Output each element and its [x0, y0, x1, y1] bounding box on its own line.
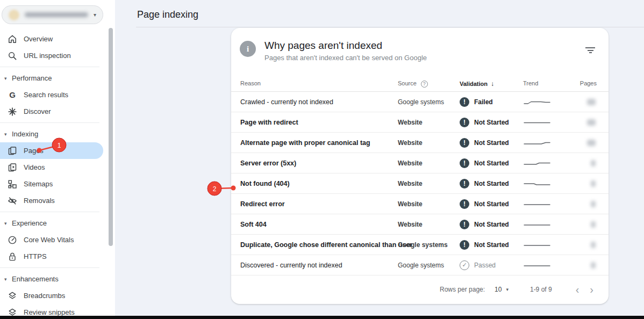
sidebar: ▾ Overview URL inspection ▾ Performance — [0, 0, 115, 319]
column-validation[interactable]: Validation ↓ — [460, 80, 494, 88]
sidebar-item-pages[interactable]: Pages — [0, 142, 103, 159]
filter-icon[interactable] — [585, 47, 596, 55]
sidebar-item-label: Removals — [24, 197, 55, 205]
next-page-button[interactable]: › — [584, 284, 599, 295]
validation-cell: ! Not Started — [460, 240, 509, 250]
validation-cell: ✓ Passed — [460, 260, 496, 270]
pages-value-blurred — [587, 119, 596, 126]
sidebar-item-removals[interactable]: Removals — [0, 192, 103, 209]
validation-status-icon: ! — [460, 199, 469, 209]
table-row[interactable]: Crawled - currently not indexed Google s… — [231, 92, 609, 112]
sidebar-item-search-results[interactable]: G Search results — [0, 86, 103, 103]
validation-status-icon: ! — [460, 138, 469, 148]
pages-value-blurred — [591, 262, 596, 269]
sidebar-item-videos[interactable]: Videos — [0, 159, 103, 176]
chevron-down-icon: ▾ — [4, 132, 12, 137]
validation-label: Failed — [474, 98, 493, 106]
sidebar-divider — [0, 209, 103, 215]
sidebar-item-core-web-vitals[interactable]: Core Web Vitals — [0, 231, 103, 248]
sidebar-section-enhancements[interactable]: ▾ Enhancements — [0, 271, 103, 287]
card-subtitle: Pages that aren't indexed can't be serve… — [264, 54, 427, 62]
trend-sparkline — [523, 160, 551, 167]
previous-page-button[interactable]: ‹ — [570, 284, 585, 295]
table-body: Crawled - currently not indexed Google s… — [231, 92, 609, 276]
pages-icon — [7, 146, 18, 156]
table-row[interactable]: Discovered - currently not indexed Googl… — [231, 255, 609, 276]
pages-cell — [587, 119, 596, 126]
validation-cell: ! Not Started — [460, 118, 509, 127]
sidebar-divider — [0, 265, 103, 271]
trend-sparkline — [523, 241, 551, 249]
sidebar-divider — [0, 120, 103, 126]
chevron-down-icon: ▾ — [4, 221, 12, 226]
sidebar-item-https[interactable]: HTTPS — [0, 248, 103, 265]
table-row[interactable]: Duplicate, Google chose different canoni… — [231, 235, 609, 255]
table-row[interactable]: Alternate page with proper canonical tag… — [231, 133, 609, 153]
validation-status-icon: ✓ — [460, 260, 469, 270]
pages-value-blurred — [591, 242, 596, 248]
validation-status-icon: ! — [460, 240, 469, 250]
table-header: Reason Source? Validation ↓ Trend Pages — [231, 78, 609, 92]
table-row[interactable]: Not found (404) Website ! Not Started — [231, 173, 609, 194]
sidebar-item-label: Breadcrumbs — [24, 292, 65, 300]
sidebar-item-label: Overview — [24, 35, 53, 43]
pages-cell — [591, 160, 596, 166]
validation-status-icon: ! — [460, 158, 469, 168]
sidebar-item-sitemaps[interactable]: Sitemaps — [0, 176, 103, 192]
table-row[interactable]: Server error (5xx) Website ! Not Started — [231, 153, 609, 173]
chevron-down-icon: ▾ — [506, 287, 509, 292]
sidebar-item-url-inspection[interactable]: URL inspection — [0, 47, 103, 64]
rows-per-page-value: 10 — [495, 286, 502, 293]
sidebar-section-performance[interactable]: ▾ Performance — [0, 70, 103, 86]
pages-value-blurred — [587, 99, 596, 105]
sidebar-item-label: Search results — [24, 91, 68, 99]
rows-per-page-select[interactable]: 10 ▾ — [495, 286, 509, 293]
reason-cell: Not found (404) — [240, 180, 290, 187]
section-label: Enhancements — [12, 275, 59, 283]
validation-cell: ! Not Started — [460, 138, 509, 148]
pagination: Rows per page: 10 ▾ 1-9 of 9 ‹ › — [231, 275, 609, 304]
source-cell: Website — [398, 180, 423, 187]
validation-label: Not Started — [474, 160, 509, 167]
sidebar-item-discover[interactable]: Discover — [0, 103, 103, 120]
column-trend: Trend — [523, 80, 538, 86]
table-row[interactable]: Redirect error Website ! Not Started — [231, 194, 609, 214]
source-cell: Website — [398, 119, 423, 126]
validation-label: Passed — [474, 262, 496, 269]
sidebar-section-indexing[interactable]: ▾ Indexing — [0, 126, 103, 142]
property-selector[interactable]: ▾ — [2, 5, 103, 24]
trend-sparkline — [523, 200, 551, 208]
sidebar-item-overview[interactable]: Overview — [0, 31, 103, 47]
section-label: Experience — [12, 219, 47, 227]
section-label: Performance — [12, 74, 52, 82]
source-cell: Google systems — [398, 98, 444, 106]
sidebar-item-label: HTTPS — [24, 252, 47, 260]
source-cell: Website — [398, 200, 423, 208]
sidebar-item-label: URL inspection — [24, 52, 71, 60]
sidebar-item-label: Videos — [24, 163, 45, 171]
help-icon[interactable]: ? — [421, 81, 428, 88]
pages-cell — [591, 180, 596, 187]
header-divider — [136, 27, 644, 27]
pages-cell — [591, 221, 596, 228]
sidebar-scrollbar[interactable] — [109, 28, 113, 246]
search-icon — [7, 50, 18, 61]
pages-value-blurred — [591, 180, 596, 187]
column-validation-label: Validation — [460, 81, 488, 87]
layers-icon — [7, 291, 18, 301]
validation-cell: ! Failed — [460, 97, 493, 107]
property-favicon — [9, 10, 19, 20]
table-row[interactable]: Soft 404 Website ! Not Started — [231, 214, 609, 235]
pages-value-blurred — [587, 140, 596, 146]
validation-cell: ! Not Started — [460, 179, 509, 189]
search-console-app: ▾ Overview URL inspection ▾ Performance — [0, 0, 644, 319]
table-row[interactable]: Page with redirect Website ! Not Started — [231, 112, 609, 133]
property-url-blurred — [25, 12, 88, 17]
validation-label: Not Started — [474, 180, 509, 187]
sidebar-section-experience[interactable]: ▾ Experience — [0, 215, 103, 231]
trend-sparkline — [523, 98, 551, 106]
validation-label: Not Started — [474, 221, 509, 228]
sidebar-divider — [0, 64, 103, 70]
sidebar-item-breadcrumbs[interactable]: Breadcrumbs — [0, 287, 103, 304]
card-title: Why pages aren't indexed — [264, 40, 382, 52]
